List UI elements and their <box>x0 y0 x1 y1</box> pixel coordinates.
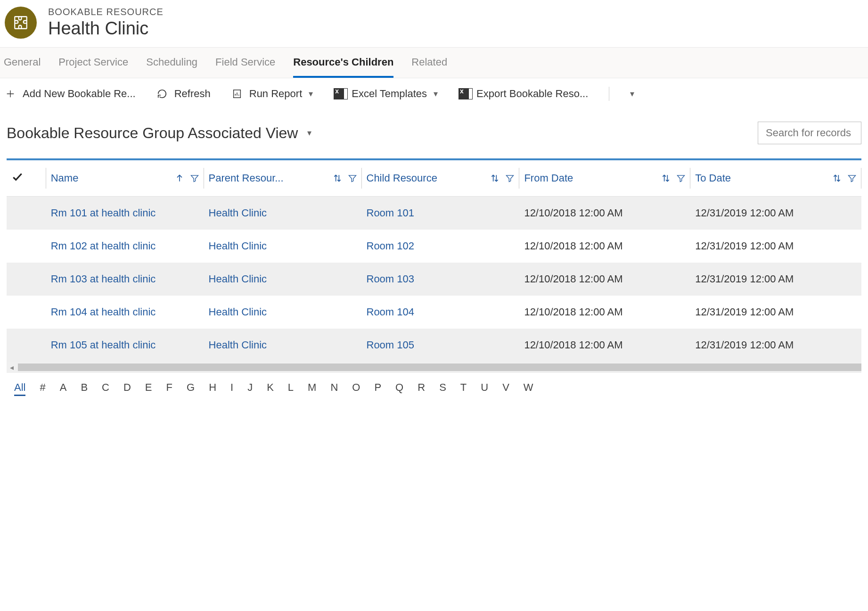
refresh-button[interactable]: Refresh <box>156 88 211 100</box>
row-select-cell[interactable] <box>7 230 46 263</box>
tab-general[interactable]: General <box>4 48 41 78</box>
table-row[interactable]: Rm 102 at health clinicHealth ClinicRoom… <box>7 230 861 263</box>
view-title-text: Bookable Resource Group Associated View <box>7 124 298 142</box>
alpha-filter-b[interactable]: B <box>81 381 88 396</box>
alpha-filter-w[interactable]: W <box>524 381 533 396</box>
alpha-filter-o[interactable]: O <box>352 381 360 396</box>
name-cell[interactable]: Rm 101 at health clinic <box>46 197 204 230</box>
parent-cell[interactable]: Health Clinic <box>204 263 362 296</box>
record-header: BOOKABLE RESOURCE Health Clinic <box>0 0 868 47</box>
entity-type-label: BOOKABLE RESOURCE <box>48 7 164 17</box>
column-header-child[interactable]: Child Resource <box>362 160 520 197</box>
table-row[interactable]: Rm 104 at health clinicHealth ClinicRoom… <box>7 296 861 329</box>
row-select-cell[interactable] <box>7 197 46 230</box>
horizontal-scrollbar[interactable]: ◂ <box>7 362 861 373</box>
excel-templates-label: Excel Templates <box>352 88 427 100</box>
table-row[interactable]: Rm 105 at health clinicHealth ClinicRoom… <box>7 329 861 362</box>
add-new-button[interactable]: Add New Bookable Re... <box>5 88 136 100</box>
tab-resources-children[interactable]: Resource's Children <box>293 48 393 78</box>
child-cell[interactable]: Room 104 <box>362 296 520 329</box>
column-header-parent[interactable]: Parent Resour... <box>204 160 362 197</box>
column-label: To Date <box>695 172 731 184</box>
alpha-filter-q[interactable]: Q <box>395 381 403 396</box>
column-header-name[interactable]: Name <box>46 160 204 197</box>
parent-cell[interactable]: Health Clinic <box>204 197 362 230</box>
name-cell[interactable]: Rm 102 at health clinic <box>46 230 204 263</box>
alpha-filter-j[interactable]: J <box>247 381 253 396</box>
export-label: Export Bookable Reso... <box>476 88 588 100</box>
alpha-filter-v[interactable]: V <box>502 381 509 396</box>
run-report-button[interactable]: Run Report ▾ <box>231 88 313 100</box>
name-cell[interactable]: Rm 104 at health clinic <box>46 296 204 329</box>
alpha-filter-n[interactable]: N <box>330 381 338 396</box>
view-selector[interactable]: Bookable Resource Group Associated View … <box>7 124 311 142</box>
export-button[interactable]: Export Bookable Reso... <box>459 88 588 100</box>
parent-cell[interactable]: Health Clinic <box>204 329 362 362</box>
alpha-filter-a[interactable]: A <box>60 381 67 396</box>
column-header-from-date[interactable]: From Date <box>519 160 690 197</box>
from-date-cell: 12/10/2018 12:00 AM <box>519 230 690 263</box>
to-date-cell: 12/31/2019 12:00 AM <box>690 296 861 329</box>
toolbar-divider <box>609 87 609 101</box>
excel-templates-button[interactable]: Excel Templates ▾ <box>334 88 438 100</box>
filter-icon[interactable] <box>505 173 515 183</box>
alpha-filter-g[interactable]: G <box>187 381 195 396</box>
alpha-filter-u[interactable]: U <box>481 381 488 396</box>
filter-icon[interactable] <box>348 173 357 183</box>
name-cell[interactable]: Rm 103 at health clinic <box>46 263 204 296</box>
chevron-down-icon: ▾ <box>630 89 634 99</box>
child-cell[interactable]: Room 103 <box>362 263 520 296</box>
alpha-filter-d[interactable]: D <box>123 381 131 396</box>
alpha-filter-r[interactable]: R <box>418 381 425 396</box>
tab-scheduling[interactable]: Scheduling <box>146 48 197 78</box>
select-all-column[interactable] <box>7 160 46 197</box>
page-title: Health Clinic <box>48 18 164 39</box>
parent-cell[interactable]: Health Clinic <box>204 230 362 263</box>
alpha-filter-s[interactable]: S <box>439 381 446 396</box>
table-row[interactable]: Rm 103 at health clinicHealth ClinicRoom… <box>7 263 861 296</box>
filter-icon[interactable] <box>676 173 686 183</box>
alpha-filter-p[interactable]: P <box>374 381 381 396</box>
refresh-label: Refresh <box>174 88 211 100</box>
scroll-left-arrow-icon[interactable]: ◂ <box>7 363 17 372</box>
alpha-filter-l[interactable]: L <box>288 381 294 396</box>
from-date-cell: 12/10/2018 12:00 AM <box>519 329 690 362</box>
scroll-thumb[interactable] <box>18 363 861 371</box>
alpha-filter-k[interactable]: K <box>267 381 274 396</box>
sort-icon <box>490 173 500 183</box>
alpha-filter-e[interactable]: E <box>145 381 152 396</box>
table-row[interactable]: Rm 101 at health clinicHealth ClinicRoom… <box>7 197 861 230</box>
chevron-down-icon: ▾ <box>309 89 313 99</box>
alpha-filter-t[interactable]: T <box>460 381 467 396</box>
name-cell[interactable]: Rm 105 at health clinic <box>46 329 204 362</box>
overflow-button[interactable]: ▾ <box>630 89 634 99</box>
tab-project-service[interactable]: Project Service <box>58 48 128 78</box>
alpha-filter-c[interactable]: C <box>102 381 109 396</box>
row-select-cell[interactable] <box>7 263 46 296</box>
filter-icon[interactable] <box>847 173 857 183</box>
alpha-filter-h[interactable]: H <box>209 381 216 396</box>
alpha-filter-i[interactable]: I <box>230 381 233 396</box>
child-cell[interactable]: Room 102 <box>362 230 520 263</box>
alpha-filter-m[interactable]: M <box>308 381 316 396</box>
child-cell[interactable]: Room 105 <box>362 329 520 362</box>
alpha-filter-f[interactable]: F <box>166 381 172 396</box>
tab-field-service[interactable]: Field Service <box>215 48 275 78</box>
column-label: Parent Resour... <box>209 172 284 184</box>
to-date-cell: 12/31/2019 12:00 AM <box>690 329 861 362</box>
tab-related[interactable]: Related <box>411 48 447 78</box>
alpha-filter-all[interactable]: All <box>14 381 25 396</box>
column-header-to-date[interactable]: To Date <box>690 160 861 197</box>
filter-icon[interactable] <box>190 173 199 183</box>
report-icon <box>231 88 243 99</box>
parent-cell[interactable]: Health Clinic <box>204 296 362 329</box>
chevron-down-icon: ▾ <box>307 128 311 138</box>
sort-asc-icon <box>175 173 184 183</box>
alpha-filter-#[interactable]: # <box>40 381 45 396</box>
child-cell[interactable]: Room 101 <box>362 197 520 230</box>
row-select-cell[interactable] <box>7 296 46 329</box>
row-select-cell[interactable] <box>7 329 46 362</box>
excel-icon <box>459 88 470 99</box>
search-input[interactable] <box>758 122 861 144</box>
tab-bar: General Project Service Scheduling Field… <box>0 47 868 78</box>
